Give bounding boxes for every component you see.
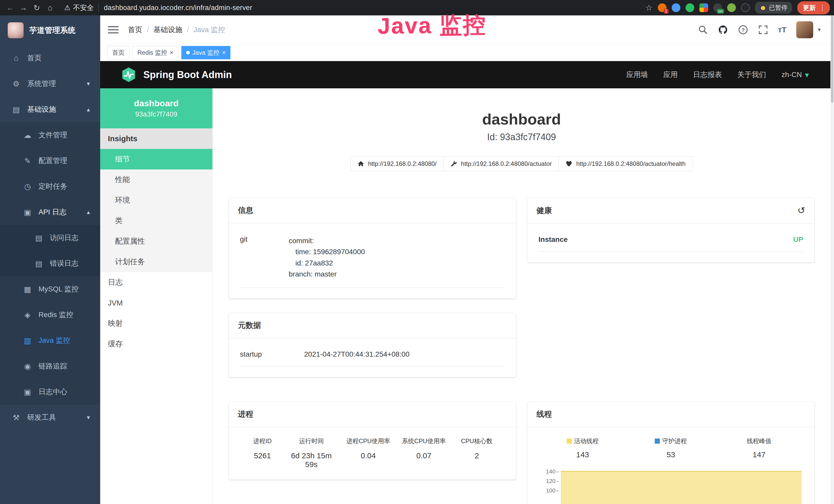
sidebar-item-config-management[interactable]: ✎配置管理 bbox=[0, 148, 100, 174]
spring-boot-admin-logo bbox=[121, 67, 137, 83]
tab-label: 首页 bbox=[112, 48, 125, 57]
page-url[interactable]: dashboard.yudao.iocoder.cn/infra/admin-s… bbox=[104, 4, 252, 12]
instance-home-link[interactable]: http://192.168.0.2:48080/ bbox=[350, 156, 444, 171]
browser-menu-icon[interactable]: ⋮ bbox=[819, 4, 826, 12]
process-card: 进程 进程ID 运行时间 进程CPU使用率 系统CPU使用率 CPU核心数 52… bbox=[228, 402, 516, 480]
sidebar-item-label: Java 监控 bbox=[39, 336, 70, 345]
sba-item-config-props[interactable]: 配置属性 bbox=[100, 231, 213, 252]
sidebar-item-api-logs[interactable]: ▣API 日志▴ bbox=[0, 199, 100, 225]
sidebar-item-infrastructure[interactable]: ▤基础设施▴ bbox=[0, 96, 100, 122]
sidebar-item-label: 定时任务 bbox=[39, 182, 67, 191]
sba-item-scheduled-tasks[interactable]: 计划任务 bbox=[100, 252, 213, 272]
sba-nav-applications[interactable]: 应用 bbox=[663, 70, 678, 79]
extension-icon[interactable] bbox=[727, 3, 736, 12]
sidebar-item-access-logs[interactable]: ▤访问日志 bbox=[0, 225, 100, 251]
extension-icon[interactable] bbox=[672, 3, 680, 12]
instance-health-link[interactable]: http://192.168.0.2:48080/actuator/health bbox=[558, 156, 693, 171]
instance-actuator-link[interactable]: http://192.168.0.2:48080/actuator bbox=[443, 156, 559, 171]
chevron-down-icon: ▾ bbox=[805, 70, 809, 79]
extension-icon[interactable] bbox=[699, 3, 708, 12]
extension-icon[interactable] bbox=[741, 3, 750, 12]
extension-icon[interactable]: 1 bbox=[658, 3, 666, 12]
sidebar-item-system-management[interactable]: ⚙系统管理▾ bbox=[0, 71, 100, 96]
page-subtitle: Id: 93a3fc7f7409 bbox=[228, 132, 814, 142]
locale-label: zh-CN bbox=[782, 71, 802, 79]
sidebar-item-trace[interactable]: ◉链路追踪 bbox=[0, 353, 100, 379]
forward-icon[interactable]: → bbox=[18, 2, 29, 14]
extension-badge: 1 bbox=[664, 9, 668, 14]
app-logo-row[interactable]: 芋道管理系统 bbox=[0, 16, 100, 45]
infrastructure-icon: ▤ bbox=[11, 105, 21, 114]
sidebar-item-java-monitor[interactable]: ▥Java 监控 bbox=[0, 328, 100, 353]
breadcrumb-item[interactable]: 基础设施 bbox=[154, 25, 182, 35]
reload-icon[interactable]: ↻ bbox=[31, 2, 43, 14]
avatar-caret-icon[interactable]: ▾ bbox=[818, 26, 821, 33]
address-bar[interactable]: ⚠ 不安全 dashboard.yudao.iocoder.cn/infra/a… bbox=[64, 3, 644, 12]
search-icon[interactable] bbox=[698, 25, 708, 35]
sidebar-item-home[interactable]: ⌂首页 bbox=[0, 45, 100, 71]
y-tick: 100 bbox=[546, 488, 555, 494]
font-size-icon[interactable]: тT bbox=[778, 25, 787, 34]
history-icon[interactable]: ↺ bbox=[797, 205, 805, 216]
paused-extension-pill[interactable]: ☻已暂停 bbox=[755, 2, 792, 14]
sidebar-item-mysql-monitor[interactable]: ▦MySQL 监控 bbox=[0, 276, 100, 302]
extension-icon[interactable] bbox=[685, 3, 694, 12]
sba-item-mappings[interactable]: 映射 bbox=[100, 313, 213, 334]
git-time-line: time: 1596289704000 bbox=[289, 246, 365, 257]
paused-label: 已暂停 bbox=[769, 4, 788, 12]
process-column-header: 系统CPU使用率 bbox=[399, 437, 449, 445]
sba-item-jvm[interactable]: JVM bbox=[100, 293, 213, 313]
sba-nav-about[interactable]: 关于我们 bbox=[738, 70, 766, 79]
locale-selector[interactable]: zh-CN▾ bbox=[782, 70, 809, 79]
update-label: 更新 bbox=[803, 4, 816, 12]
page-scrollbar[interactable] bbox=[830, 16, 834, 504]
hamburger-icon[interactable] bbox=[108, 26, 119, 33]
sidebar-item-error-logs[interactable]: ▤错误日志 bbox=[0, 251, 100, 276]
user-avatar[interactable] bbox=[796, 21, 813, 38]
tab-java-monitor[interactable]: Java 监控× bbox=[181, 46, 231, 59]
sba-nav-wallboard[interactable]: 应用墙 bbox=[627, 70, 648, 79]
fullscreen-icon[interactable] bbox=[758, 25, 768, 35]
git-commit-line: commit: bbox=[289, 235, 365, 246]
scrollbar-thumb[interactable] bbox=[831, 16, 833, 103]
home-icon bbox=[357, 160, 365, 167]
sba-item-logs[interactable]: 日志 bbox=[100, 272, 213, 293]
tab-redis-monitor[interactable]: Redis 监控× bbox=[133, 46, 178, 59]
legend-daemon-threads: 守护进程 bbox=[627, 437, 715, 445]
sba-nav-journal[interactable]: 日志报表 bbox=[693, 70, 722, 79]
sba-item-details[interactable]: 细节 bbox=[100, 149, 213, 169]
sba-item-caches[interactable]: 缓存 bbox=[100, 334, 213, 354]
chrome-update-button[interactable]: 更新⋮ bbox=[797, 1, 830, 15]
sidebar-item-scheduled-jobs[interactable]: ◷定时任务 bbox=[0, 174, 100, 199]
breadcrumb-item[interactable]: 首页 bbox=[128, 25, 142, 35]
tab-label: Java 监控 bbox=[192, 48, 219, 57]
sba-instance-header: dashboard 93a3fc7f7409 bbox=[100, 88, 213, 129]
close-icon[interactable]: × bbox=[222, 49, 225, 56]
sidebar-item-label: 日志中心 bbox=[39, 387, 67, 397]
browser-home-icon[interactable]: ⌂ bbox=[44, 2, 56, 14]
extension-icon[interactable]: on bbox=[713, 3, 722, 12]
sidebar-item-label: MySQL 监控 bbox=[39, 284, 79, 294]
sidebar-item-log-center[interactable]: ▣日志中心 bbox=[0, 379, 100, 405]
threads-chart: 140 120 100 bbox=[539, 468, 804, 504]
document-icon: ▤ bbox=[34, 259, 44, 268]
sidebar-item-redis-monitor[interactable]: ◈Redis 监控 bbox=[0, 302, 100, 328]
help-icon[interactable]: ? bbox=[738, 25, 748, 35]
sba-item-performance[interactable]: 性能 bbox=[100, 169, 213, 190]
github-icon[interactable] bbox=[718, 25, 728, 35]
legend-label: 守护进程 bbox=[662, 437, 687, 445]
sidebar-item-file-management[interactable]: ☁文件管理 bbox=[0, 122, 100, 148]
close-icon[interactable]: × bbox=[170, 49, 173, 56]
back-icon[interactable]: ← bbox=[4, 2, 16, 14]
git-id-line: id: 27aa832 bbox=[289, 257, 365, 269]
metadata-card: 元数据 startup 2021-04-27T00:44:31.254+08:0… bbox=[228, 313, 516, 377]
sidebar-item-dev-tools[interactable]: ⚒研发工具▾ bbox=[0, 405, 100, 430]
sidebar-item-label: 系统管理 bbox=[27, 79, 56, 89]
sba-item-classes[interactable]: 类 bbox=[100, 210, 213, 231]
chart-y-axis: 140 120 100 bbox=[539, 468, 560, 504]
log-icon: ▣ bbox=[23, 208, 32, 217]
sba-item-environment[interactable]: 环境 bbox=[100, 190, 213, 210]
tab-home[interactable]: 首页 bbox=[107, 46, 129, 59]
sidebar-item-label: 错误日志 bbox=[50, 258, 79, 268]
bookmark-star-icon[interactable]: ☆ bbox=[645, 3, 653, 13]
